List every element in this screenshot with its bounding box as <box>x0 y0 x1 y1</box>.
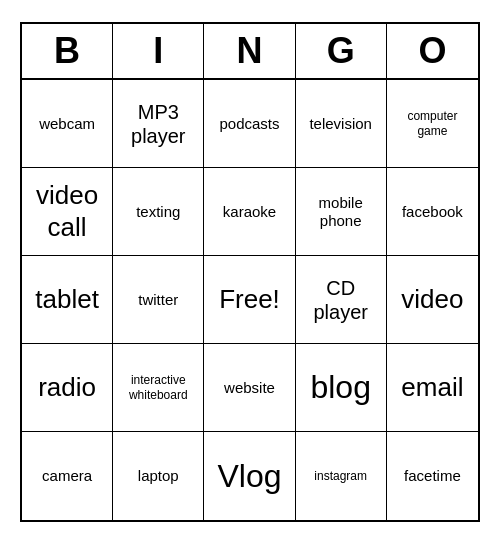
bingo-cell[interactable]: texting <box>113 168 204 256</box>
bingo-cell[interactable]: television <box>296 80 387 168</box>
header-letter: O <box>387 24 478 78</box>
bingo-cell[interactable]: camera <box>22 432 113 520</box>
bingo-cell[interactable]: facetime <box>387 432 478 520</box>
bingo-cell[interactable]: MP3 player <box>113 80 204 168</box>
bingo-cell[interactable]: podcasts <box>204 80 295 168</box>
bingo-card: BINGO webcamMP3 playerpodcaststelevision… <box>20 22 480 522</box>
bingo-cell[interactable]: webcam <box>22 80 113 168</box>
bingo-cell[interactable]: Free! <box>204 256 295 344</box>
header-letter: I <box>113 24 204 78</box>
bingo-cell[interactable]: laptop <box>113 432 204 520</box>
header-letter: G <box>296 24 387 78</box>
bingo-cell[interactable]: tablet <box>22 256 113 344</box>
bingo-header: BINGO <box>22 24 478 80</box>
header-letter: B <box>22 24 113 78</box>
bingo-cell[interactable]: video call <box>22 168 113 256</box>
bingo-cell[interactable]: website <box>204 344 295 432</box>
bingo-cell[interactable]: radio <box>22 344 113 432</box>
bingo-grid: webcamMP3 playerpodcaststelevisioncomput… <box>22 80 478 520</box>
bingo-cell[interactable]: instagram <box>296 432 387 520</box>
bingo-cell[interactable]: Vlog <box>204 432 295 520</box>
bingo-cell[interactable]: video <box>387 256 478 344</box>
bingo-cell[interactable]: email <box>387 344 478 432</box>
bingo-cell[interactable]: CD player <box>296 256 387 344</box>
bingo-cell[interactable]: computer game <box>387 80 478 168</box>
bingo-cell[interactable]: facebook <box>387 168 478 256</box>
bingo-cell[interactable]: mobile phone <box>296 168 387 256</box>
bingo-cell[interactable]: interactive whiteboard <box>113 344 204 432</box>
bingo-cell[interactable]: twitter <box>113 256 204 344</box>
bingo-cell[interactable]: blog <box>296 344 387 432</box>
bingo-cell[interactable]: karaoke <box>204 168 295 256</box>
header-letter: N <box>204 24 295 78</box>
